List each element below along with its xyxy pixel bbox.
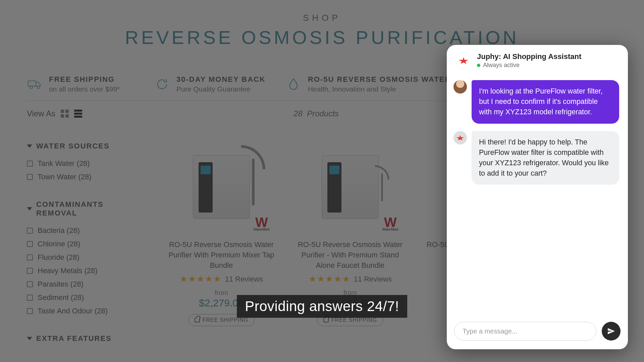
product-card[interactable]: WWaterMark RO-5U Reverse Osmosis Water P… bbox=[293, 142, 407, 343]
filter-item-label: Parasites (28) bbox=[38, 280, 84, 289]
perk-title: 30-DAY MONEY BACK bbox=[176, 75, 266, 84]
chat-status-label: Always active bbox=[483, 62, 520, 69]
checkbox-icon[interactable] bbox=[27, 281, 33, 287]
product-image: WWaterMark bbox=[171, 142, 272, 232]
checkbox-icon[interactable] bbox=[27, 268, 33, 274]
list-view-icon[interactable] bbox=[74, 110, 82, 118]
product-count: 28 bbox=[293, 109, 303, 118]
perk-sub: on all orders over $99* bbox=[49, 85, 120, 93]
perk-title: RO-5U REVERSE OSMOSIS WATER bbox=[308, 75, 451, 84]
filter-item[interactable]: Heavy Metals (28) bbox=[27, 266, 144, 275]
price-from-label: from bbox=[164, 289, 278, 297]
checkbox-icon[interactable] bbox=[27, 174, 33, 180]
filter-item-label: Heavy Metals (28) bbox=[38, 266, 98, 275]
chat-bubble-user: I'm looking at the PureFlow water filter… bbox=[472, 80, 619, 124]
chat-input[interactable] bbox=[454, 322, 596, 341]
free-shipping-badge: FREE SHIPPING bbox=[188, 314, 255, 326]
checkbox-icon[interactable] bbox=[27, 254, 33, 260]
checkbox-icon[interactable] bbox=[27, 241, 33, 247]
filter-heading-label: CONTAMINANTS REMOVAL bbox=[36, 200, 144, 218]
badge-label: FREE SHIPPING bbox=[203, 317, 249, 323]
filter-item-label: Chlorine (28) bbox=[38, 240, 80, 248]
chat-body[interactable]: I'm looking at the PureFlow water filter… bbox=[447, 72, 628, 316]
page-subtitle: SHOP bbox=[23, 13, 621, 23]
bot-logo-icon bbox=[457, 135, 464, 140]
product-reviews: 11 Reviews bbox=[354, 275, 392, 284]
product-count-label: Products bbox=[307, 109, 339, 118]
chat-message-bot: Hi there! I'd be happy to help. The Pure… bbox=[453, 131, 621, 185]
chevron-down-icon bbox=[27, 337, 32, 340]
bot-avatar bbox=[453, 131, 467, 144]
price-from-label: from bbox=[293, 289, 407, 297]
bot-logo-icon bbox=[459, 57, 468, 64]
user-avatar bbox=[453, 80, 467, 94]
filter-item-label: Tank Water (28) bbox=[38, 159, 90, 168]
chat-status: Always active bbox=[477, 62, 581, 69]
svg-rect-0 bbox=[28, 81, 36, 86]
svg-point-1 bbox=[30, 86, 33, 89]
filter-item[interactable]: Parasites (28) bbox=[27, 280, 144, 289]
filter-item-label: Fluoride (28) bbox=[38, 253, 79, 262]
perk-money-back: 30-DAY MONEY BACK Pure Quality Guarantee bbox=[154, 75, 266, 93]
filter-item[interactable]: Chlorine (28) bbox=[27, 240, 144, 248]
send-button[interactable] bbox=[602, 322, 621, 341]
badge-label: FREE SHIPPING bbox=[331, 317, 377, 323]
filter-group-water-sources: WATER SOURCES Tank Water (28) Town Water… bbox=[27, 142, 144, 181]
free-shipping-badge: FREE SHIPPING bbox=[317, 314, 384, 326]
chat-input-row bbox=[447, 316, 628, 349]
filter-heading[interactable]: WATER SOURCES bbox=[27, 142, 144, 150]
watermark-badge: WWaterMark bbox=[250, 214, 274, 234]
chat-widget: Juphy: AI Shopping Assistant Always acti… bbox=[447, 45, 628, 349]
product-reviews: 11 Reviews bbox=[225, 275, 263, 284]
checkbox-icon[interactable] bbox=[27, 161, 33, 167]
star-rating-icon: ★★★★★ bbox=[309, 274, 351, 284]
filters-sidebar: WATER SOURCES Tank Water (28) Town Water… bbox=[27, 142, 144, 343]
checkbox-icon[interactable] bbox=[27, 228, 33, 234]
perk-free-shipping: FREE SHIPPING on all orders over $99* bbox=[27, 75, 134, 93]
filter-group-extra-features: EXTRA FEATURES bbox=[27, 334, 144, 343]
filter-heading[interactable]: EXTRA FEATURES bbox=[27, 334, 144, 343]
cart-icon bbox=[323, 318, 329, 322]
checkbox-icon[interactable] bbox=[27, 308, 33, 314]
chat-bubble-bot: Hi there! I'd be happy to help. The Pure… bbox=[472, 131, 619, 185]
product-price: $1,995.00 bbox=[293, 297, 407, 309]
chevron-down-icon bbox=[27, 207, 32, 210]
filter-item-label: Sediment (28) bbox=[38, 293, 84, 302]
filter-group-contaminants: CONTAMINANTS REMOVAL Bacteria (28) Chlor… bbox=[27, 200, 144, 315]
filter-item[interactable]: Fluoride (28) bbox=[27, 253, 144, 262]
checkbox-icon[interactable] bbox=[27, 295, 33, 301]
refresh-icon bbox=[154, 76, 170, 92]
bot-avatar bbox=[455, 53, 472, 69]
filter-item-label: Town Water (28) bbox=[38, 173, 92, 181]
product-title: RO-5U Reverse Osmosis Water Purifier Wit… bbox=[164, 240, 278, 270]
filter-heading[interactable]: CONTAMINANTS REMOVAL bbox=[27, 200, 144, 218]
filter-item[interactable]: Town Water (28) bbox=[27, 173, 144, 181]
droplet-icon bbox=[286, 76, 301, 92]
chat-header: Juphy: AI Shopping Assistant Always acti… bbox=[447, 45, 628, 72]
perk-ro5u: RO-5U REVERSE OSMOSIS WATER Health, Inno… bbox=[286, 75, 451, 93]
star-rating-icon: ★★★★★ bbox=[180, 274, 222, 284]
product-image: WWaterMark bbox=[300, 142, 400, 232]
product-card[interactable]: WWaterMark RO-5U Reverse Osmosis Water P… bbox=[164, 142, 278, 343]
svg-point-2 bbox=[37, 86, 40, 89]
perk-sub: Health, Innovation and Style bbox=[308, 85, 451, 93]
filter-item[interactable]: Tank Water (28) bbox=[27, 159, 144, 168]
grid-view-icon[interactable] bbox=[61, 110, 69, 118]
filter-item[interactable]: Bacteria (28) bbox=[27, 226, 144, 235]
filter-heading-label: EXTRA FEATURES bbox=[36, 334, 112, 343]
product-title: RO-5U Reverse Osmosis Water Purifier - W… bbox=[293, 240, 407, 270]
chevron-down-icon bbox=[27, 144, 32, 148]
filter-item[interactable]: Sediment (28) bbox=[27, 293, 144, 302]
chat-message-user: I'm looking at the PureFlow water filter… bbox=[453, 80, 621, 124]
filter-heading-label: WATER SOURCES bbox=[36, 142, 110, 150]
chat-title: Juphy: AI Shopping Assistant bbox=[477, 52, 581, 61]
filter-item-label: Bacteria (28) bbox=[38, 226, 80, 235]
filter-item-label: Taste And Odour (28) bbox=[38, 307, 108, 315]
cart-icon bbox=[195, 318, 200, 322]
filter-item[interactable]: Taste And Odour (28) bbox=[27, 307, 144, 315]
status-dot-icon bbox=[477, 64, 480, 67]
truck-icon bbox=[27, 76, 42, 92]
product-price: $2,279.00 bbox=[164, 297, 278, 309]
perk-title: FREE SHIPPING bbox=[49, 75, 120, 84]
send-icon bbox=[607, 327, 615, 335]
